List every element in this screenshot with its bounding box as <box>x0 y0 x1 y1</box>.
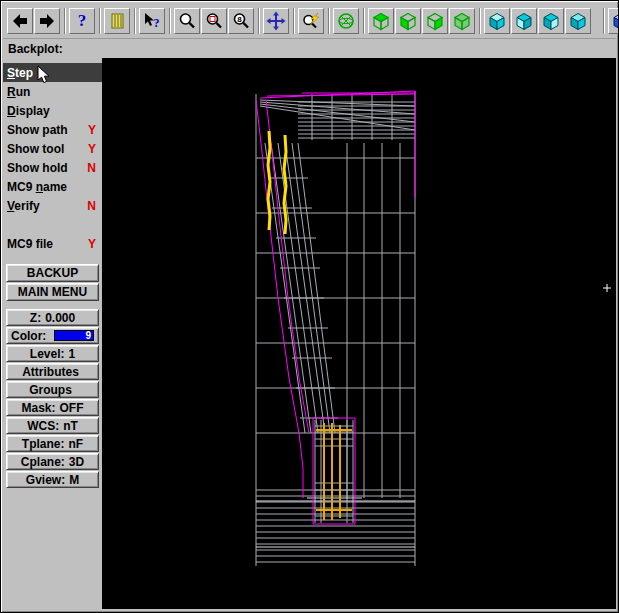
cplane-cube-4-icon <box>568 11 588 31</box>
toolbar-separator <box>293 8 295 34</box>
status-value: 3D <box>69 455 84 469</box>
color-number: 9 <box>85 331 91 341</box>
toolbar-separator <box>363 8 365 34</box>
menu-item-label: Step <box>7 66 33 80</box>
status-label: WCS: <box>27 419 59 433</box>
menu-item-run[interactable]: Run <box>3 82 102 101</box>
cplane-cube-3-button[interactable] <box>538 8 564 34</box>
screen-view-button[interactable] <box>608 8 619 34</box>
zoom-previous-button[interactable]: 8 <box>228 8 254 34</box>
status-label: Cplane: <box>21 455 65 469</box>
help-button[interactable]: ? <box>69 8 95 34</box>
status-gview-button[interactable]: Gview: M <box>6 471 99 488</box>
toolbar-separator <box>134 8 136 34</box>
status-value: nT <box>63 419 78 433</box>
menu-value: N <box>87 199 96 213</box>
status-value: nF <box>69 437 84 451</box>
status-cplane-button[interactable]: Cplane: 3D <box>6 453 99 470</box>
svg-text:?: ? <box>78 11 87 30</box>
cplane-cube-2-button[interactable] <box>511 8 537 34</box>
sidebar: Step Run Display Show path Y Show tool Y… <box>3 58 102 609</box>
gview-top-cube-icon <box>371 11 391 31</box>
main-menu-button-label: MAIN MENU <box>18 285 87 299</box>
wireframe-model <box>102 58 616 609</box>
menu-item-label: MC9 file <box>7 237 53 251</box>
main-menu-button[interactable]: MAIN MENU <box>6 283 99 301</box>
status-wcs-button[interactable]: WCS: nT <box>6 417 99 434</box>
cplane-cube-1-button[interactable] <box>484 8 510 34</box>
gview-top-button[interactable] <box>368 8 394 34</box>
graphics-viewport[interactable] <box>102 58 616 609</box>
toolbar: ? ? 8 <box>3 3 616 39</box>
menu-item-display[interactable]: Display <box>3 101 102 120</box>
forward-button[interactable] <box>34 8 60 34</box>
menu-item-show-tool[interactable]: Show tool Y <box>3 139 102 158</box>
gview-side-button[interactable] <box>422 8 448 34</box>
cplane-cube-3-icon <box>541 11 561 31</box>
status-groups-button[interactable]: Groups <box>6 381 99 398</box>
repaint-icon <box>301 11 321 31</box>
menu-item-step[interactable]: Step <box>3 63 102 82</box>
status-z-button[interactable]: Z: 0.000 <box>6 309 99 326</box>
menu-value: Y <box>88 123 96 137</box>
status-label: Z: <box>30 311 41 325</box>
context-help-button[interactable]: ? <box>139 8 165 34</box>
gview-front-button[interactable] <box>395 8 421 34</box>
status-label: Color: <box>11 329 46 343</box>
menu-item-verify[interactable]: Verify N <box>3 196 102 215</box>
zoom-window-icon <box>204 11 224 31</box>
status-mask-button[interactable]: Mask: OFF <box>6 399 99 416</box>
backplot-menu: Step Run Display Show path Y Show tool Y… <box>3 58 102 253</box>
status-group: Z: 0.000 Color: 9 Level: 1 Attributes Gr… <box>3 309 102 488</box>
status-label: Level: <box>30 347 65 361</box>
svg-text:?: ? <box>154 16 160 30</box>
zoom-window-button[interactable] <box>201 8 227 34</box>
zoom-button[interactable] <box>174 8 200 34</box>
toolbar-separator <box>258 8 260 34</box>
menu-item-label: MC9 name <box>7 180 67 194</box>
menu-item-mc9-file[interactable]: MC9 file Y <box>3 234 102 253</box>
menu-item-label: Show tool <box>7 142 64 156</box>
zoom-icon <box>177 11 197 31</box>
mastercam-window: ? ? 8 <box>0 0 619 613</box>
status-value: 0.000 <box>45 311 75 325</box>
prompt-row: Backplot: <box>3 40 616 57</box>
repaint-button[interactable] <box>298 8 324 34</box>
menu-item-show-path[interactable]: Show path Y <box>3 120 102 139</box>
menu-item-mc9-name[interactable]: MC9 name <box>3 177 102 196</box>
backup-button-label: BACKUP <box>27 266 78 280</box>
menu-item-label: Show hold <box>7 161 68 175</box>
backup-button[interactable]: BACKUP <box>6 264 99 282</box>
zoom-previous-icon: 8 <box>231 11 251 31</box>
operations-list-button[interactable] <box>104 8 130 34</box>
status-value: 1 <box>69 347 76 361</box>
status-tplane-button[interactable]: Tplane: nF <box>6 435 99 452</box>
status-value: M <box>69 473 79 487</box>
mouse-cursor <box>37 65 51 85</box>
forward-icon <box>37 11 57 31</box>
dynamic-rotate-icon <box>336 11 356 31</box>
gview-side-cube-icon <box>425 11 445 31</box>
status-level-button[interactable]: Level: 1 <box>6 345 99 362</box>
menu-value: N <box>87 161 96 175</box>
operations-list-icon <box>107 11 127 31</box>
menu-item-show-hold[interactable]: Show hold N <box>3 158 102 177</box>
status-label: Groups <box>29 383 72 397</box>
status-color-button[interactable]: Color: 9 <box>6 327 99 344</box>
gview-isometric-button[interactable] <box>449 8 475 34</box>
toolbar-separator <box>169 8 171 34</box>
gview-isometric-cube-icon <box>452 11 472 31</box>
menu-value: Y <box>88 237 96 251</box>
dynamic-rotate-button[interactable] <box>333 8 359 34</box>
status-label: Gview: <box>26 473 65 487</box>
screen-view-cube-icon <box>611 11 619 31</box>
menu-item-label: Show path <box>7 123 68 137</box>
status-value: OFF <box>60 401 84 415</box>
cplane-cube-4-button[interactable] <box>565 8 591 34</box>
status-label: Mask: <box>21 401 55 415</box>
fit-screen-button[interactable] <box>263 8 289 34</box>
back-button[interactable] <box>7 8 33 34</box>
status-attributes-button[interactable]: Attributes <box>6 363 99 380</box>
menu-item-label: Verify <box>7 199 40 213</box>
menu-item-label: Display <box>7 104 50 118</box>
